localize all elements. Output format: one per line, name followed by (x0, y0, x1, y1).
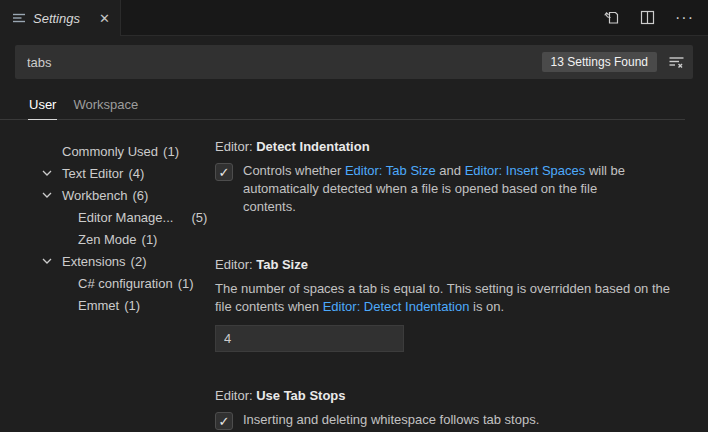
toc-count: (4) (128, 166, 144, 181)
toc-item-csharp-configuration[interactable]: C# configuration (1) (0, 272, 215, 294)
toc-item-commonly-used[interactable]: Commonly Used (1) (0, 140, 215, 162)
settings-search-input[interactable] (27, 55, 542, 70)
tab-title: Settings (33, 11, 90, 26)
detect-indentation-checkbox[interactable]: ✓ (215, 163, 233, 181)
toc-item-editor-management[interactable]: Editor Manage... (5) (0, 206, 215, 228)
close-tab-icon[interactable]: ✕ (97, 11, 112, 26)
settings-editor-tab[interactable]: Settings ✕ (0, 0, 121, 36)
tab-size-input[interactable] (215, 325, 404, 352)
chevron-down-icon (41, 167, 53, 179)
toc-item-extensions[interactable]: Extensions (2) (0, 250, 215, 272)
chevron-down-icon (41, 255, 53, 267)
setting-description: Inserting and deleting whitespace follow… (243, 411, 539, 429)
link-editor-detect-indentation[interactable]: Editor: Detect Indentation (323, 299, 470, 314)
toc-item-workbench[interactable]: Workbench (6) (0, 184, 215, 206)
filter-clear-icon[interactable] (668, 54, 685, 71)
toc-count: (1) (124, 298, 140, 313)
toc-count: (1) (163, 144, 179, 159)
toc-count: (5) (191, 210, 207, 225)
toc-item-text-editor[interactable]: Text Editor (4) (0, 162, 215, 184)
settings-search-bar: 13 Settings Found (15, 45, 693, 79)
setting-title: Editor: Use Tab Stops (215, 388, 679, 404)
toc-count: (1) (142, 232, 158, 247)
setting-description: The number of spaces a tab is equal to. … (215, 280, 679, 316)
settings-toc-tree: Commonly Used (1) Text Editor (4) Workbe… (0, 139, 215, 430)
link-editor-insert-spaces[interactable]: Editor: Insert Spaces (465, 163, 586, 178)
scope-tab-user[interactable]: User (28, 89, 57, 120)
editor-tab-bar: Settings ✕ ··· (0, 0, 708, 36)
more-actions-icon[interactable]: ··· (675, 13, 694, 23)
use-tab-stops-checkbox[interactable]: ✓ (215, 412, 233, 430)
chevron-down-icon (41, 189, 53, 201)
setting-tab-size: Editor: Tab Size The number of spaces a … (215, 257, 679, 352)
split-editor-icon[interactable] (640, 10, 655, 25)
settings-scope-bar: User Workspace (0, 89, 708, 120)
editor-actions: ··· (603, 0, 694, 35)
toc-item-zen-mode[interactable]: Zen Mode (1) (0, 228, 215, 250)
settings-sliders-icon (12, 11, 26, 25)
setting-title: Editor: Detect Indentation (215, 139, 679, 155)
scope-tab-workspace[interactable]: Workspace (72, 89, 139, 120)
results-count-badge: 13 Settings Found (542, 52, 657, 72)
settings-list: Editor: Detect Indentation ✓ Controls wh… (215, 139, 679, 430)
toc-count: (2) (131, 254, 147, 269)
setting-description: Controls whether Editor: Tab Size and Ed… (243, 162, 649, 216)
setting-use-tab-stops: Editor: Use Tab Stops ✓ Inserting and de… (215, 388, 679, 430)
open-settings-json-icon[interactable] (603, 9, 620, 26)
toc-count: (1) (178, 276, 194, 291)
setting-title: Editor: Tab Size (215, 257, 679, 273)
link-editor-tab-size[interactable]: Editor: Tab Size (345, 163, 436, 178)
toc-count: (6) (133, 188, 149, 203)
setting-detect-indentation: Editor: Detect Indentation ✓ Controls wh… (215, 139, 679, 216)
toc-item-emmet[interactable]: Emmet (1) (0, 294, 215, 316)
